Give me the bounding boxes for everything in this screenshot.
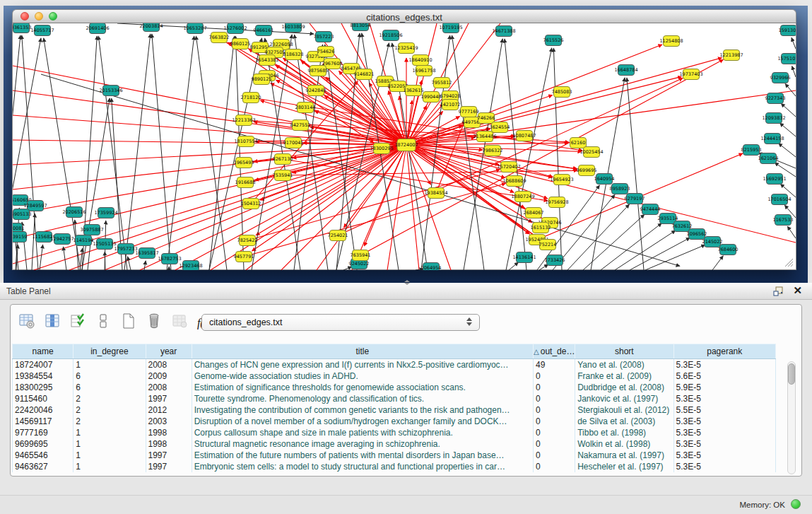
graph-node[interactable]: 18300295 [370, 144, 393, 154]
table-cell[interactable]: Jankovic et al. (1997) [575, 393, 673, 404]
graph-node[interactable]: 14136141 [512, 252, 536, 263]
graph-node[interactable]: 746266 [478, 113, 495, 124]
table-cell[interactable]: Disruption of a novel member of a sodium… [192, 416, 533, 427]
graph-node[interactable]: 18807249 [511, 192, 534, 202]
graph-node[interactable]: 12505135 [93, 239, 116, 250]
graph-node[interactable]: 752214 [539, 240, 557, 250]
graph-node[interactable]: 9170041 [283, 138, 304, 148]
graph-node[interactable]: 16961758 [412, 66, 435, 76]
table-cell[interactable]: 0 [534, 461, 575, 472]
graph-node[interactable]: 1167533 [773, 215, 794, 226]
graph-node[interactable]: 9361353 [13, 23, 31, 33]
table-cell[interactable]: 2 [73, 416, 146, 427]
graph-node[interactable]: 9457791 [234, 252, 254, 262]
graph-node[interactable]: 9466161 [254, 25, 274, 36]
table-cell[interactable]: 2 [73, 393, 146, 404]
graph-node[interactable]: 30975887 [80, 225, 103, 235]
graph-node[interactable]: 9146821 [354, 69, 375, 80]
graph-node[interactable]: 20691406 [86, 23, 109, 34]
table-cell[interactable]: de Silva et al. (2003) [575, 416, 673, 427]
table-row[interactable]: 946362711997Embryonic stem cells: a mode… [13, 461, 776, 472]
graph-node[interactable]: 1591304 [779, 25, 796, 36]
table-cell[interactable]: Estimation of the future numbers of pati… [192, 450, 533, 461]
graph-node[interactable]: 12923468 [179, 261, 202, 271]
vertical-scrollbar[interactable] [787, 361, 796, 474]
row-height-icon[interactable] [93, 313, 114, 334]
graph-node[interactable]: 20153346 [99, 86, 122, 96]
graph-node[interactable]: 2145022 [702, 237, 723, 247]
graph-node[interactable]: 21364486 [473, 132, 496, 142]
graph-node[interactable]: 22003814 [139, 23, 163, 32]
table-row[interactable]: 1872400712008Changes of HCN gene express… [13, 359, 776, 370]
graph-node[interactable]: 9699695 [577, 165, 597, 176]
table-cell[interactable]: 22420046 [13, 404, 73, 416]
table-cell[interactable]: 5.3E-5 [673, 461, 775, 472]
table-cell[interactable]: 1998 [146, 427, 192, 438]
graph-node[interactable]: 20206516 [62, 207, 86, 218]
table-cell[interactable]: 6 [73, 382, 146, 393]
graph-node[interactable]: 10807487 [512, 131, 536, 141]
graph-node[interactable]: 17016504 [767, 194, 791, 205]
graph-node[interactable]: 2064954 [421, 263, 442, 271]
table-cell[interactable]: Wolkin et al. (1998) [575, 438, 673, 450]
table-cell[interactable]: 0 [534, 404, 575, 416]
table-cell[interactable]: 2008 [146, 382, 192, 393]
graph-node[interactable]: 1421072 [440, 100, 461, 110]
graph-node[interactable]: 1916688 [235, 177, 256, 188]
table-cell[interactable]: 2 [73, 404, 146, 416]
graph-node[interactable]: 7825422 [237, 235, 258, 246]
graph-node[interactable]: 1504312 [241, 199, 261, 209]
graph-node[interactable]: 10025454 [579, 147, 603, 158]
resize-grip-icon[interactable] [784, 258, 794, 267]
graph-node[interactable]: 17359924 [94, 208, 117, 218]
graph-node[interactable]: 8267130 [273, 154, 293, 165]
table-cell[interactable]: 5.3E-5 [673, 416, 775, 427]
graph-node[interactable]: 19218506 [379, 30, 402, 41]
scrollbar-thumb[interactable] [788, 363, 795, 385]
graph-node[interactable]: 1990448 [421, 92, 442, 103]
graph-node[interactable]: 7615526 [543, 35, 564, 46]
table-row[interactable]: 977716911998Corpus callosum shape and si… [13, 427, 776, 438]
table-cell[interactable]: 9463627 [13, 461, 73, 472]
table-cell[interactable]: Franke et al. (2009) [575, 370, 673, 382]
graph-node[interactable]: 9242848 [306, 86, 326, 96]
graph-node[interactable]: 7663822 [209, 33, 230, 43]
graph-node[interactable]: 9474444 [640, 204, 661, 215]
table-cell[interactable]: 2009 [146, 370, 192, 382]
table-cell[interactable]: 1 [73, 450, 146, 461]
graph-node[interactable]: 15720407 [497, 162, 520, 173]
graph-node[interactable]: 19737403 [679, 69, 702, 80]
table-cell[interactable]: Estimation of significance thresholds fo… [192, 382, 533, 393]
table-cell[interactable]: 2003 [146, 416, 192, 427]
graph-node[interactable]: 16395817 [135, 248, 158, 259]
table-cell[interactable]: Nakamura et al. (1997) [575, 450, 673, 461]
graph-node[interactable]: 19384554 [424, 188, 447, 199]
table-cell[interactable]: 9115460 [13, 393, 73, 404]
graph-node[interactable]: 10653287 [183, 23, 206, 34]
graph-node[interactable]: 15692951 [763, 174, 786, 185]
table-cell[interactable]: 5.3E-5 [673, 359, 775, 370]
network-window[interactable]: citations_edges.txt 93613531405571720691… [12, 9, 796, 270]
column-header-in-degree[interactable]: in_degree [73, 344, 146, 359]
graph-node[interactable]: 12444158 [760, 134, 784, 144]
table-cell[interactable]: 5.6E-5 [673, 370, 775, 382]
table-cell[interactable]: 9465546 [13, 450, 73, 461]
graph-node[interactable]: 7535941 [273, 170, 293, 181]
table-row[interactable]: 1938455462009Genome-wide association stu… [13, 370, 776, 382]
table-cell[interactable]: Changes of HCN gene expression and I(f) … [192, 359, 533, 370]
graph-node[interactable]: 15276002 [223, 23, 247, 34]
graph-canvas[interactable]: 9361353140557172069140622003814106532871… [12, 23, 796, 270]
table-cell[interactable]: 0 [534, 427, 575, 438]
table-settings-icon[interactable] [16, 313, 37, 334]
table-cell[interactable]: 5.3E-5 [673, 393, 775, 404]
table-cell[interactable]: 1998 [146, 438, 192, 450]
graph-node[interactable]: 5905133 [13, 209, 31, 220]
table-cell[interactable]: 1 [73, 359, 146, 370]
graph-node[interactable]: 7254021 [328, 230, 348, 241]
window-titlebar[interactable]: citations_edges.txt [12, 9, 796, 23]
graph-node[interactable]: 12325419 [394, 43, 418, 54]
graph-node[interactable]: 8813054 [351, 23, 371, 31]
table-cell[interactable]: 1997 [146, 393, 192, 404]
column-header-year[interactable]: year [146, 344, 192, 359]
table-cell[interactable]: Investigating the contribution of common… [192, 404, 533, 416]
